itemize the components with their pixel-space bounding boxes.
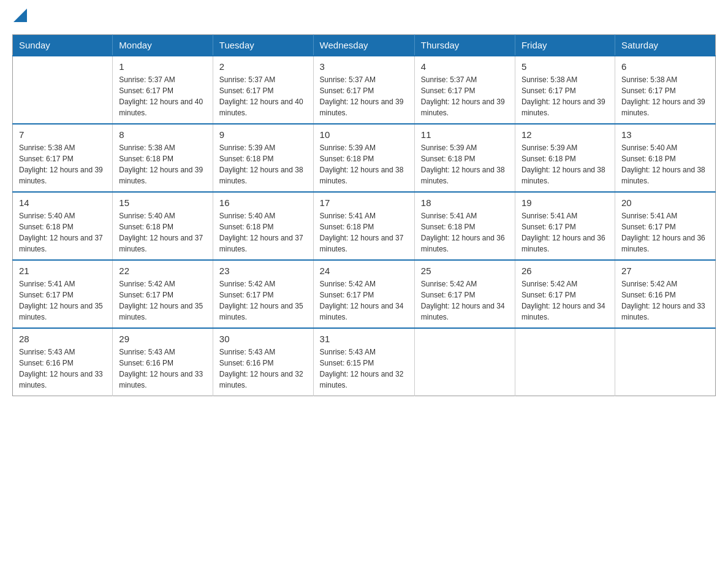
day-number: 12 — [521, 129, 609, 140]
day-sun-info: Sunrise: 5:42 AMSunset: 6:16 PMDaylight:… — [621, 278, 709, 323]
calendar-day-cell: 30Sunrise: 5:43 AMSunset: 6:16 PMDayligh… — [213, 328, 313, 396]
calendar-day-cell — [414, 328, 515, 396]
calendar-day-cell: 5Sunrise: 5:38 AMSunset: 6:17 PMDaylight… — [515, 56, 615, 124]
calendar-day-cell: 11Sunrise: 5:39 AMSunset: 6:18 PMDayligh… — [414, 124, 515, 192]
calendar-day-cell: 17Sunrise: 5:41 AMSunset: 6:18 PMDayligh… — [313, 192, 414, 260]
day-number: 14 — [19, 197, 106, 208]
day-of-week-header: Thursday — [414, 35, 515, 56]
calendar-day-cell: 16Sunrise: 5:40 AMSunset: 6:18 PMDayligh… — [213, 192, 313, 260]
calendar-day-cell: 29Sunrise: 5:43 AMSunset: 6:16 PMDayligh… — [113, 328, 213, 396]
day-sun-info: Sunrise: 5:38 AMSunset: 6:17 PMDaylight:… — [521, 74, 609, 118]
calendar-day-cell: 20Sunrise: 5:41 AMSunset: 6:17 PMDayligh… — [615, 192, 715, 260]
day-number: 16 — [219, 197, 307, 208]
day-number: 13 — [621, 129, 709, 140]
day-number: 4 — [421, 61, 509, 72]
day-number: 1 — [119, 61, 207, 72]
calendar-day-cell: 6Sunrise: 5:38 AMSunset: 6:17 PMDaylight… — [615, 56, 715, 124]
calendar-week-row: 14Sunrise: 5:40 AMSunset: 6:18 PMDayligh… — [13, 192, 716, 260]
day-of-week-header: Monday — [113, 35, 213, 56]
calendar-day-cell: 1Sunrise: 5:37 AMSunset: 6:17 PMDaylight… — [113, 56, 213, 124]
day-number: 9 — [219, 129, 307, 140]
calendar-day-cell: 21Sunrise: 5:41 AMSunset: 6:17 PMDayligh… — [13, 260, 113, 328]
day-sun-info: Sunrise: 5:37 AMSunset: 6:17 PMDaylight:… — [219, 74, 307, 118]
day-number: 18 — [421, 197, 509, 208]
page-header — [12, 12, 716, 22]
day-number: 25 — [421, 266, 509, 276]
day-number: 15 — [119, 197, 207, 208]
calendar-day-cell: 3Sunrise: 5:37 AMSunset: 6:17 PMDaylight… — [313, 56, 414, 124]
calendar-table: SundayMondayTuesdayWednesdayThursdayFrid… — [12, 34, 716, 396]
day-number: 29 — [119, 334, 207, 344]
day-sun-info: Sunrise: 5:39 AMSunset: 6:18 PMDaylight:… — [421, 142, 509, 186]
day-sun-info: Sunrise: 5:38 AMSunset: 6:17 PMDaylight:… — [621, 74, 709, 118]
calendar-day-cell: 15Sunrise: 5:40 AMSunset: 6:18 PMDayligh… — [113, 192, 213, 260]
day-sun-info: Sunrise: 5:37 AMSunset: 6:17 PMDaylight:… — [421, 74, 509, 118]
day-sun-info: Sunrise: 5:39 AMSunset: 6:18 PMDaylight:… — [219, 142, 307, 186]
day-number: 7 — [19, 129, 106, 140]
calendar-day-cell: 22Sunrise: 5:42 AMSunset: 6:17 PMDayligh… — [113, 260, 213, 328]
day-sun-info: Sunrise: 5:42 AMSunset: 6:17 PMDaylight:… — [119, 278, 207, 323]
day-sun-info: Sunrise: 5:43 AMSunset: 6:16 PMDaylight:… — [119, 347, 207, 391]
calendar-day-cell: 7Sunrise: 5:38 AMSunset: 6:17 PMDaylight… — [13, 124, 113, 192]
day-of-week-header: Saturday — [615, 35, 715, 56]
day-sun-info: Sunrise: 5:41 AMSunset: 6:17 PMDaylight:… — [621, 210, 709, 255]
day-of-week-header: Friday — [515, 35, 615, 56]
day-sun-info: Sunrise: 5:39 AMSunset: 6:18 PMDaylight:… — [521, 142, 609, 186]
day-sun-info: Sunrise: 5:38 AMSunset: 6:17 PMDaylight:… — [19, 142, 106, 186]
calendar-day-cell: 19Sunrise: 5:41 AMSunset: 6:17 PMDayligh… — [515, 192, 615, 260]
calendar-week-row: 1Sunrise: 5:37 AMSunset: 6:17 PMDaylight… — [13, 56, 716, 124]
calendar-week-row: 28Sunrise: 5:43 AMSunset: 6:16 PMDayligh… — [13, 328, 716, 396]
day-number: 24 — [320, 266, 408, 276]
day-sun-info: Sunrise: 5:40 AMSunset: 6:18 PMDaylight:… — [219, 210, 307, 255]
calendar-day-cell — [13, 56, 113, 124]
calendar-day-cell: 18Sunrise: 5:41 AMSunset: 6:18 PMDayligh… — [414, 192, 515, 260]
day-number: 10 — [320, 129, 408, 140]
logo — [12, 12, 27, 22]
day-number: 19 — [521, 197, 609, 208]
calendar-day-cell: 24Sunrise: 5:42 AMSunset: 6:17 PMDayligh… — [313, 260, 414, 328]
day-sun-info: Sunrise: 5:43 AMSunset: 6:16 PMDaylight:… — [19, 347, 106, 391]
logo-triangle-icon — [13, 9, 27, 22]
day-sun-info: Sunrise: 5:42 AMSunset: 6:17 PMDaylight:… — [521, 278, 609, 323]
day-of-week-header: Wednesday — [313, 35, 414, 56]
day-sun-info: Sunrise: 5:41 AMSunset: 6:17 PMDaylight:… — [19, 278, 106, 323]
calendar-day-cell: 10Sunrise: 5:39 AMSunset: 6:18 PMDayligh… — [313, 124, 414, 192]
day-number: 27 — [621, 266, 709, 276]
calendar-day-cell: 9Sunrise: 5:39 AMSunset: 6:18 PMDaylight… — [213, 124, 313, 192]
day-number: 3 — [320, 61, 408, 72]
day-number: 6 — [621, 61, 709, 72]
calendar-day-cell: 14Sunrise: 5:40 AMSunset: 6:18 PMDayligh… — [13, 192, 113, 260]
calendar-week-row: 21Sunrise: 5:41 AMSunset: 6:17 PMDayligh… — [13, 260, 716, 328]
day-number: 8 — [119, 129, 207, 140]
day-sun-info: Sunrise: 5:43 AMSunset: 6:16 PMDaylight:… — [219, 347, 307, 391]
day-sun-info: Sunrise: 5:40 AMSunset: 6:18 PMDaylight:… — [119, 210, 207, 255]
day-sun-info: Sunrise: 5:39 AMSunset: 6:18 PMDaylight:… — [320, 142, 408, 186]
calendar-day-cell: 31Sunrise: 5:43 AMSunset: 6:15 PMDayligh… — [313, 328, 414, 396]
day-number: 31 — [320, 334, 408, 344]
calendar-day-cell: 23Sunrise: 5:42 AMSunset: 6:17 PMDayligh… — [213, 260, 313, 328]
day-sun-info: Sunrise: 5:37 AMSunset: 6:17 PMDaylight:… — [320, 74, 408, 118]
day-sun-info: Sunrise: 5:42 AMSunset: 6:17 PMDaylight:… — [421, 278, 509, 323]
calendar-day-cell: 26Sunrise: 5:42 AMSunset: 6:17 PMDayligh… — [515, 260, 615, 328]
day-sun-info: Sunrise: 5:40 AMSunset: 6:18 PMDaylight:… — [19, 210, 106, 255]
calendar-day-cell: 28Sunrise: 5:43 AMSunset: 6:16 PMDayligh… — [13, 328, 113, 396]
calendar-day-cell: 12Sunrise: 5:39 AMSunset: 6:18 PMDayligh… — [515, 124, 615, 192]
day-number: 11 — [421, 129, 509, 140]
day-sun-info: Sunrise: 5:41 AMSunset: 6:18 PMDaylight:… — [421, 210, 509, 255]
day-number: 30 — [219, 334, 307, 344]
day-number: 26 — [521, 266, 609, 276]
calendar-day-cell: 25Sunrise: 5:42 AMSunset: 6:17 PMDayligh… — [414, 260, 515, 328]
day-number: 22 — [119, 266, 207, 276]
day-sun-info: Sunrise: 5:37 AMSunset: 6:17 PMDaylight:… — [119, 74, 207, 118]
calendar-day-cell — [515, 328, 615, 396]
day-sun-info: Sunrise: 5:41 AMSunset: 6:17 PMDaylight:… — [521, 210, 609, 255]
svg-marker-0 — [13, 9, 27, 22]
calendar-day-cell: 2Sunrise: 5:37 AMSunset: 6:17 PMDaylight… — [213, 56, 313, 124]
day-sun-info: Sunrise: 5:42 AMSunset: 6:17 PMDaylight:… — [320, 278, 408, 323]
calendar-day-cell: 13Sunrise: 5:40 AMSunset: 6:18 PMDayligh… — [615, 124, 715, 192]
day-sun-info: Sunrise: 5:41 AMSunset: 6:18 PMDaylight:… — [320, 210, 408, 255]
day-number: 21 — [19, 266, 106, 276]
day-sun-info: Sunrise: 5:42 AMSunset: 6:17 PMDaylight:… — [219, 278, 307, 323]
day-number: 2 — [219, 61, 307, 72]
calendar-day-cell: 4Sunrise: 5:37 AMSunset: 6:17 PMDaylight… — [414, 56, 515, 124]
